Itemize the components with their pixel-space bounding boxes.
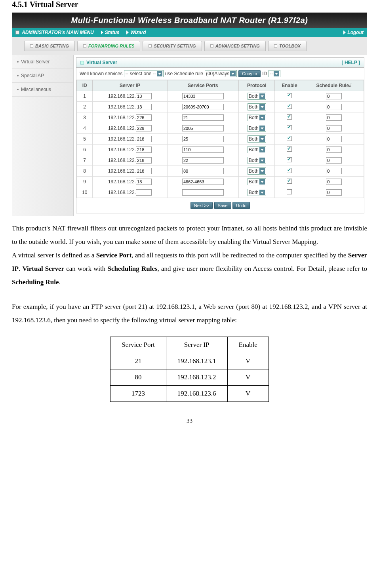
menu-wizard[interactable]: Wizard <box>130 30 146 35</box>
protocol-select[interactable]: Both <box>248 103 266 110</box>
well-known-select[interactable]: -- select one -- <box>124 70 163 77</box>
sidebar-item-label: Miscellaneous <box>21 87 51 92</box>
ports-input[interactable] <box>182 104 224 110</box>
ports-input[interactable] <box>182 136 224 142</box>
schedule-input[interactable] <box>326 157 342 164</box>
copy-to-button[interactable]: Copy to <box>238 70 261 77</box>
enable-checkbox[interactable] <box>287 157 292 162</box>
ports-input[interactable] <box>182 125 224 131</box>
ip-suffix-input[interactable] <box>136 189 152 196</box>
schedule-input[interactable] <box>326 93 342 99</box>
ports-input[interactable] <box>182 114 224 121</box>
ip-suffix-input[interactable] <box>136 104 152 110</box>
cell-schedule <box>304 134 364 145</box>
schedule-input[interactable] <box>326 189 342 196</box>
protocol-select[interactable]: Both <box>248 93 266 100</box>
cell-enable: V <box>227 353 269 369</box>
main-menu-label[interactable]: ADMINISTRATOR's MAIN MENU <box>22 30 94 35</box>
ip-suffix-input[interactable] <box>136 93 152 99</box>
protocol-select[interactable]: Both <box>248 125 266 132</box>
schedule-input[interactable] <box>326 104 342 110</box>
save-button[interactable]: Save <box>214 202 231 209</box>
cell-schedule <box>304 102 364 112</box>
tab-forwarding-rules[interactable]: FORWARDING RULES <box>77 41 141 51</box>
ports-input[interactable] <box>182 157 224 164</box>
ip-suffix-input[interactable] <box>136 136 152 142</box>
table-row: 5192.168.122.Both <box>77 134 364 145</box>
sidebar-item-miscellaneous[interactable]: Miscellaneous <box>12 83 73 97</box>
schedule-input[interactable] <box>326 168 342 174</box>
ports-input[interactable] <box>182 179 224 185</box>
ports-input[interactable] <box>182 189 224 196</box>
cell-id: 1 <box>77 91 93 102</box>
schedule-rule-select[interactable]: (00)Always <box>205 70 237 77</box>
tab-advanced-setting[interactable]: ADVANCED SETTING <box>204 41 266 51</box>
cell-enable: V <box>227 386 269 402</box>
table-row: 1723192.168.123.6V <box>110 386 269 402</box>
service-selector-row: Well known services -- select one -- use… <box>76 68 364 80</box>
next-button[interactable]: Next >> <box>190 202 213 209</box>
enable-checkbox[interactable] <box>287 104 292 109</box>
schedule-input[interactable] <box>326 136 342 142</box>
schedule-input[interactable] <box>326 114 342 121</box>
ip-suffix-input[interactable] <box>136 114 152 121</box>
ports-input[interactable] <box>182 93 224 99</box>
cell-service-ports <box>167 145 239 155</box>
cell-server-ip: 192.168.122. <box>93 134 167 145</box>
enable-checkbox[interactable] <box>287 114 292 120</box>
enable-checkbox[interactable] <box>287 125 292 130</box>
protocol-select[interactable]: Both <box>248 189 266 196</box>
menu-logout[interactable]: Logout <box>347 30 364 35</box>
enable-checkbox[interactable] <box>287 147 292 152</box>
cell-service-ports <box>167 155 239 166</box>
sidebar-item-special-ap[interactable]: Special AP <box>12 69 73 83</box>
chevron-down-icon <box>259 147 265 152</box>
protocol-select[interactable]: Both <box>248 114 266 121</box>
sidebar-item-virtual-server[interactable]: Virtual Server <box>12 55 73 69</box>
ports-input[interactable] <box>182 147 224 153</box>
ip-suffix-input[interactable] <box>136 147 152 153</box>
enable-checkbox[interactable] <box>287 179 292 184</box>
schedule-input[interactable] <box>326 179 342 185</box>
ports-input[interactable] <box>182 168 224 174</box>
enable-checkbox[interactable] <box>287 189 292 194</box>
menu-status[interactable]: Status <box>105 30 120 35</box>
paragraph: A virtual server is defined as a Service… <box>12 249 367 289</box>
sidebar-item-label: Virtual Server <box>21 59 50 65</box>
id-select[interactable]: -- <box>269 70 280 77</box>
cell-server-ip: 192.168.122. <box>93 166 167 177</box>
cell-id: 5 <box>77 134 93 145</box>
cell-enable <box>275 102 304 112</box>
tab-basic-setting[interactable]: BASIC SETTING <box>24 41 75 51</box>
table-row: 10192.168.122.Both <box>77 187 364 198</box>
chevron-down-icon <box>259 168 265 174</box>
action-buttons-row: Next >> Save Undo <box>76 198 364 213</box>
enable-checkbox[interactable] <box>287 136 292 141</box>
protocol-select[interactable]: Both <box>248 178 266 185</box>
select-value: (00)Always <box>206 71 229 76</box>
select-value: Both <box>249 93 259 99</box>
protocol-select[interactable]: Both <box>248 157 266 164</box>
table-row: 9192.168.122.Both <box>77 177 364 187</box>
enable-checkbox[interactable] <box>287 168 292 173</box>
protocol-select[interactable]: Both <box>248 146 266 153</box>
protocol-select[interactable]: Both <box>248 167 266 175</box>
ip-suffix-input[interactable] <box>136 157 152 164</box>
cell-schedule <box>304 91 364 102</box>
schedule-input[interactable] <box>326 147 342 153</box>
ip-suffix-input[interactable] <box>136 125 152 131</box>
schedule-input[interactable] <box>326 125 342 131</box>
enable-checkbox[interactable] <box>287 93 292 98</box>
undo-button[interactable]: Undo <box>232 202 250 209</box>
cell-id: 2 <box>77 102 93 112</box>
tab-toolbox[interactable]: TOOLBOX <box>268 41 307 51</box>
cell-server-ip: 192.168.122. <box>93 112 167 123</box>
tab-security-setting[interactable]: SECURITY SETTING <box>143 41 202 51</box>
bold-text: Service Port <box>96 251 131 259</box>
ip-suffix-input[interactable] <box>136 168 152 174</box>
chevron-down-icon <box>157 71 162 76</box>
select-value: Both <box>249 115 259 120</box>
protocol-select[interactable]: Both <box>248 135 266 143</box>
help-link[interactable]: [ HELP ] <box>342 60 360 65</box>
ip-suffix-input[interactable] <box>136 179 152 185</box>
